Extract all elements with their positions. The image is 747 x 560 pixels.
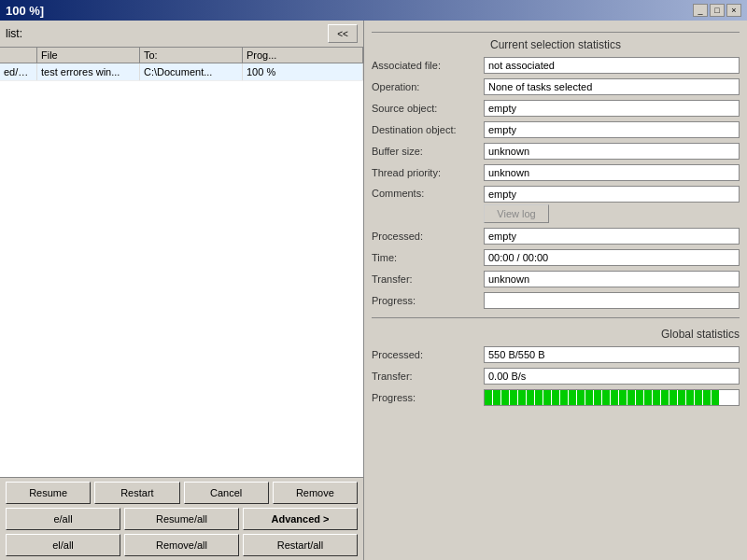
global-progress-label: Progress: <box>372 392 484 403</box>
progress-segment <box>712 390 719 405</box>
time-label: Time: <box>372 252 484 263</box>
current-section-title: Current selection statistics <box>372 38 740 51</box>
comments-label: Comments: <box>372 186 484 199</box>
associated-file-value: not associated <box>484 57 740 74</box>
progress-segment <box>627 390 635 405</box>
cell-to: C:\Document... <box>140 63 243 80</box>
restart-button[interactable]: Restart <box>94 482 179 504</box>
view-log-button[interactable]: View log <box>484 204 549 223</box>
cell-file: test errores win... <box>37 63 140 80</box>
btn-row-1: Resume Restart Cancel Remove <box>6 482 358 504</box>
resume-e-all-button[interactable]: e/all <box>6 508 120 530</box>
title-bar-buttons: _ □ × <box>693 4 741 17</box>
thread-priority-label: Thread priority: <box>372 167 484 178</box>
destination-object-label: Destination object: <box>372 124 484 135</box>
cancel-button[interactable]: Cancel <box>184 482 269 504</box>
remove-all-button[interactable]: Remove/all <box>124 534 239 556</box>
progress-segment <box>661 390 669 405</box>
time-row: Time: 00:00 / 00:00 <box>372 249 740 266</box>
progress-current-row: Progress: <box>372 292 740 309</box>
minimize-button[interactable]: _ <box>693 4 708 17</box>
col-header-prog: Prog... <box>243 48 363 63</box>
progress-segment <box>527 390 534 405</box>
progress-segment <box>636 390 643 405</box>
title-text: 100 %] <box>6 4 44 18</box>
maximize-button[interactable]: □ <box>710 4 725 17</box>
transfer-current-label: Transfer: <box>372 273 484 285</box>
progress-segment <box>535 390 543 405</box>
thread-priority-row: Thread priority: unknown <box>372 164 740 181</box>
progress-segment <box>510 390 517 405</box>
progress-segment <box>703 390 711 405</box>
cell-prog: 100 % <box>243 63 363 80</box>
progress-segment <box>594 390 601 405</box>
buffer-size-value: unknown <box>484 143 740 160</box>
table-row[interactable]: ed/C... test errores win... C:\Document.… <box>0 63 363 81</box>
col-header-1 <box>0 48 37 63</box>
progress-segment <box>493 390 500 405</box>
advanced-button[interactable]: Advanced > <box>243 508 358 530</box>
left-panel: list: << File To: Prog... ed/C... test e… <box>0 21 364 560</box>
progress-segment <box>619 390 627 405</box>
progress-segment <box>678 390 685 405</box>
processed-current-row: Processed: empty <box>372 228 740 245</box>
btn-row-3: el/all Remove/all Restart/all <box>6 534 358 556</box>
right-panel: Current selection statistics Associated … <box>364 21 747 560</box>
progress-segment <box>644 390 652 405</box>
progress-segment <box>543 390 551 405</box>
close-button[interactable]: × <box>726 4 741 17</box>
progress-segment <box>611 390 618 405</box>
progress-segment <box>695 390 702 405</box>
associated-file-row: Associated file: not associated <box>372 57 740 74</box>
buffer-size-row: Buffer size: unknown <box>372 143 740 160</box>
comments-value: empty <box>484 186 740 203</box>
resume-button[interactable]: Resume <box>6 482 91 504</box>
processed-current-label: Processed: <box>372 231 484 242</box>
thread-priority-value: unknown <box>484 164 740 181</box>
col-header-to: To: <box>140 48 243 63</box>
global-section-title: Global statistics <box>372 328 740 341</box>
global-transfer-label: Transfer: <box>372 371 484 382</box>
btn-row-2: e/all Resume/all Advanced > <box>6 508 358 530</box>
cancel-all-button[interactable]: el/all <box>6 534 120 556</box>
progress-segment <box>669 390 677 405</box>
resume-all-button[interactable]: Resume/all <box>124 508 239 530</box>
buffer-size-label: Buffer size: <box>372 146 484 157</box>
global-processed-value: 550 B/550 B <box>484 346 740 363</box>
title-bar: 100 %] _ □ × <box>0 0 747 21</box>
progress-segment <box>577 390 585 405</box>
global-processed-row: Processed: 550 B/550 B <box>372 346 740 363</box>
col-header-file: File <box>37 48 140 63</box>
bottom-buttons: Resume Restart Cancel Remove e/all Resum… <box>0 477 363 560</box>
top-divider <box>372 32 740 33</box>
progress-segment <box>602 390 610 405</box>
global-transfer-row: Transfer: 0.00 B/s <box>372 368 740 385</box>
progress-segment <box>560 390 568 405</box>
destination-object-row: Destination object: empty <box>372 121 740 138</box>
progress-current-bar <box>484 292 740 309</box>
destination-object-value: empty <box>484 121 740 138</box>
list-label: list: <box>6 27 22 40</box>
operation-label: Operation: <box>372 81 484 92</box>
source-object-row: Source object: empty <box>372 100 740 117</box>
progress-segment <box>501 390 509 405</box>
source-object-label: Source object: <box>372 103 484 114</box>
progress-segment <box>686 390 694 405</box>
associated-file-label: Associated file: <box>372 60 484 71</box>
main-content: list: << File To: Prog... ed/C... test e… <box>0 21 747 560</box>
restart-all-button[interactable]: Restart/all <box>243 534 358 556</box>
global-progress-row: Progress: <box>372 389 740 406</box>
table-body: ed/C... test errores win... C:\Document.… <box>0 63 363 477</box>
cell-1: ed/C... <box>0 63 37 80</box>
remove-button[interactable]: Remove <box>273 482 358 504</box>
table-header: File To: Prog... <box>0 47 363 63</box>
transfer-current-value: unknown <box>484 271 740 287</box>
collapse-button[interactable]: << <box>328 24 358 43</box>
global-divider <box>372 317 740 318</box>
global-progress-bar <box>484 389 740 406</box>
operation-value: None of tasks selected <box>484 78 740 95</box>
processed-current-value: empty <box>484 228 740 245</box>
transfer-current-row: Transfer: unknown <box>372 271 740 287</box>
list-header: list: << <box>0 21 363 47</box>
comments-section: Comments: empty View log <box>372 186 740 223</box>
